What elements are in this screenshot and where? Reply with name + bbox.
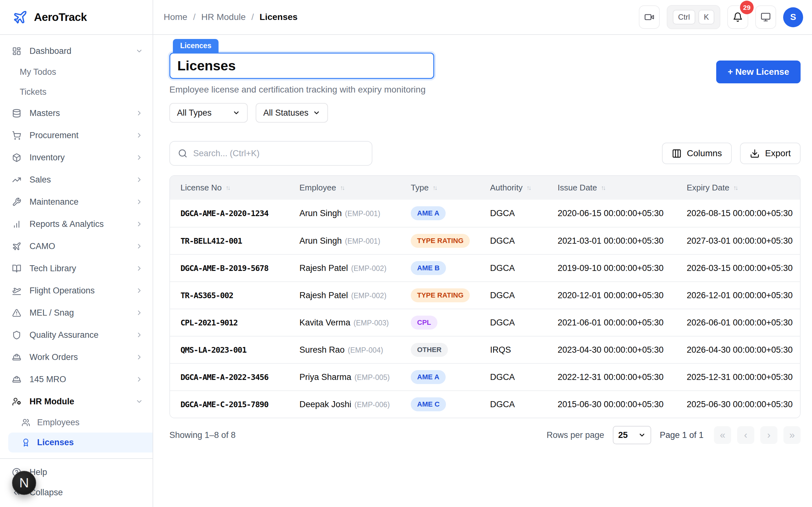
columns-button[interactable]: Columns [662, 143, 732, 164]
chevron-right-icon [136, 242, 143, 250]
table-row[interactable]: DGCA-AME-A-2022-3456 Priya Sharma(EMP-00… [170, 363, 800, 390]
sidebar-item-reports-analytics[interactable]: Reports & Analytics [0, 213, 153, 235]
sidebar-item-tickets[interactable]: Tickets [0, 82, 153, 102]
table-row[interactable]: QMS-LA-2023-001 Suresh Rao(EMP-004) OTHE… [170, 336, 800, 363]
issue-date-cell: 2022-12-31 00:00:00+05:30 [547, 372, 676, 382]
sidebar-item-masters[interactable]: Masters [0, 102, 153, 124]
header-expiry-date[interactable]: Expiry Date↑↓ [676, 183, 800, 193]
chevron-right-icon [136, 154, 143, 161]
header-employee[interactable]: Employee↑↓ [289, 183, 400, 193]
authority-cell: DGCA [479, 263, 547, 273]
page-content: Licences Employee license and certificat… [153, 35, 812, 507]
showing-count: Showing 1–8 of 8 [169, 430, 236, 440]
first-page-button[interactable]: « [714, 426, 731, 444]
sidebar-item-my-todos[interactable]: My Todos [0, 62, 153, 82]
sidebar-item-procurement[interactable]: Procurement [0, 124, 153, 147]
expiry-date-cell: 2026-04-30 00:00:00+05:30 [676, 345, 800, 355]
type-badge: CPL [411, 316, 438, 330]
sidebar-item-dashboard[interactable]: Dashboard [0, 40, 153, 62]
type-filter-select[interactable]: All Types [169, 103, 248, 123]
chevron-down-icon [233, 109, 240, 117]
sidebar-item-inventory[interactable]: Inventory [0, 147, 153, 169]
issue-date-cell: 2023-04-30 00:00:00+05:30 [547, 345, 676, 355]
video-call-button[interactable] [639, 5, 660, 29]
chevron-down-icon [136, 47, 143, 55]
authority-cell: IRQS [479, 345, 547, 355]
sidebar-item-label: Maintenance [30, 197, 79, 207]
columns-icon [672, 149, 681, 158]
sidebar-item-label: HR Module [30, 397, 74, 406]
sidebar-item-label: Procurement [30, 130, 79, 140]
sidebar-item-employees[interactable]: Employees [0, 412, 153, 433]
export-button[interactable]: Export [740, 143, 801, 164]
sidebar-item-mel-snag[interactable]: MEL / Snag [0, 302, 153, 324]
wrench-icon [12, 198, 21, 207]
prev-page-button[interactable]: ‹ [737, 426, 754, 444]
database-icon [12, 109, 21, 118]
sidebar-item-work-orders[interactable]: Work Orders [0, 346, 153, 368]
sidebar-item-hr-module[interactable]: HR Module [0, 390, 153, 412]
bell-icon [733, 12, 743, 22]
expiry-date-cell: 2027-03-01 00:00:00+05:30 [676, 236, 800, 246]
header-type[interactable]: Type↑↓ [400, 183, 479, 193]
sidebar-item-licenses[interactable]: Licenses [8, 433, 153, 452]
header-authority[interactable]: Authority↑↓ [479, 183, 547, 193]
header-issue-date[interactable]: Issue Date↑↓ [547, 183, 676, 193]
chevron-right-icon [136, 131, 143, 139]
sidebar-item-flight-operations[interactable]: Flight Operations [0, 279, 153, 302]
display-mode-button[interactable] [755, 5, 776, 29]
k-key: K [699, 10, 714, 24]
table-row[interactable]: DGCA-AME-C-2015-7890 Deepak Joshi(EMP-00… [170, 390, 800, 418]
type-badge: TYPE RATING [411, 234, 470, 248]
app-logo[interactable]: AeroTrack [0, 0, 153, 35]
sidebar-item-label: Masters [30, 108, 60, 118]
last-page-button[interactable]: » [783, 426, 801, 444]
sidebar-item-label: Employees [37, 418, 80, 428]
table-row[interactable]: DGCA-AME-B-2019-5678 Rajesh Patel(EMP-00… [170, 254, 800, 281]
expiry-date-cell: 2026-03-15 00:00:00+05:30 [676, 263, 800, 273]
status-filter-select[interactable]: All Statuses [256, 103, 328, 123]
type-cell: AME A [400, 370, 479, 384]
page-title-input[interactable] [169, 53, 434, 79]
header-license-no[interactable]: License No↑↓ [170, 183, 289, 193]
sidebar-item-145-mro[interactable]: 145 MRO [0, 368, 153, 390]
tab-licences[interactable]: Licences [173, 39, 218, 53]
sidebar-item-quality-assurance[interactable]: Quality Assurance [0, 324, 153, 346]
employee-id: (EMP-003) [354, 319, 389, 327]
issue-date-cell: 2019-09-10 00:00:00+05:30 [547, 263, 676, 273]
package-icon [12, 153, 21, 162]
app-window: AeroTrack Dashboard My Todos Tickets Mas… [0, 0, 812, 507]
type-cell: AME A [400, 206, 479, 220]
sort-icon: ↑↓ [733, 184, 738, 191]
sidebar-item-maintenance[interactable]: Maintenance [0, 191, 153, 213]
type-cell: TYPE RATING [400, 234, 479, 248]
sidebar-item-label: Dashboard [30, 46, 71, 56]
notifications-button[interactable]: 29 [727, 5, 748, 29]
table-row[interactable]: CPL-2021-9012 Kavita Verma(EMP-003) CPL … [170, 308, 800, 336]
license-no-cell: QMS-LA-2023-001 [170, 345, 289, 354]
main-area: Home / HR Module / Licenses Ctrl K 29 [153, 0, 812, 507]
sort-icon: ↑↓ [225, 184, 231, 191]
next-page-button[interactable]: › [760, 426, 777, 444]
table-row[interactable]: TR-BELL412-001 Arun Singh(EMP-001) TYPE … [170, 227, 800, 254]
breadcrumb-hr-module[interactable]: HR Module [201, 12, 246, 22]
authority-cell: DGCA [479, 372, 547, 382]
sidebar-item-tech-library[interactable]: Tech Library [0, 257, 153, 279]
filter-row: All Types All Statuses [169, 103, 801, 123]
command-palette-shortcut[interactable]: Ctrl K [667, 5, 720, 29]
table-row[interactable]: TR-AS365-002 Rajesh Patel(EMP-002) TYPE … [170, 281, 800, 308]
new-license-button[interactable]: + New License [716, 60, 801, 83]
breadcrumb-home[interactable]: Home [164, 12, 188, 22]
rows-per-page-select[interactable]: 25 [613, 426, 651, 444]
chevron-right-icon [136, 376, 143, 383]
type-cell: AME B [400, 261, 479, 275]
chevron-down-icon [136, 398, 143, 405]
sidebar-item-camo[interactable]: CAMO [0, 235, 153, 257]
table-row[interactable]: DGCA-AME-A-2020-1234 Arun Singh(EMP-001)… [170, 200, 800, 227]
sidebar-item-sales[interactable]: Sales [0, 169, 153, 191]
employee-cell: Deepak Joshi(EMP-006) [289, 400, 400, 409]
user-avatar[interactable]: S [783, 7, 803, 27]
employee-cell: Rajesh Patel(EMP-002) [289, 263, 400, 273]
dev-tools-badge[interactable]: N [12, 471, 36, 495]
search-input[interactable] [193, 149, 364, 158]
